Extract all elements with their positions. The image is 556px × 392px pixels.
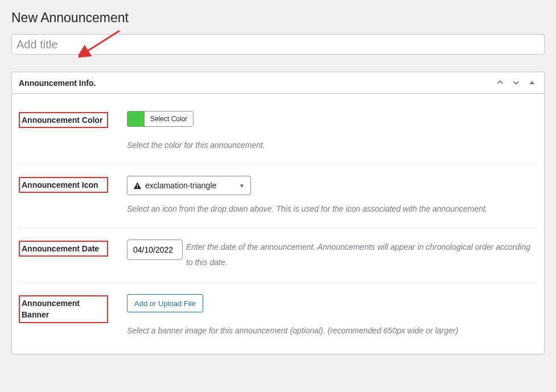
color-picker-button[interactable]: Select Color [127, 111, 193, 127]
panel-move-up-icon[interactable] [495, 79, 505, 88]
exclamation-triangle-icon [133, 181, 142, 190]
panel-move-down-icon[interactable] [511, 79, 521, 88]
label-announcement-color: Announcement Color [19, 112, 108, 128]
label-announcement-icon: Announcement Icon [19, 177, 108, 193]
field-row-banner: Announcement Banner Add or Upload File S… [19, 283, 537, 340]
color-swatch [127, 112, 145, 126]
panel-title: Announcement Info. [19, 79, 96, 88]
panel-toggle-icon[interactable] [527, 79, 537, 87]
chevron-down-icon: ▼ [239, 183, 245, 189]
field-row-color: Announcement Color Select Color Select t… [19, 100, 537, 164]
post-title-input[interactable] [11, 34, 545, 55]
svg-rect-1 [137, 187, 138, 188]
color-description: Select the color for this announcement. [127, 139, 537, 151]
field-row-icon: Announcement Icon exclamation-triangle ▼… [19, 164, 537, 228]
icon-select-dropdown[interactable]: exclamation-triangle ▼ [127, 176, 251, 195]
label-announcement-date: Announcement Date [19, 241, 108, 257]
panel-controls [495, 79, 537, 88]
add-upload-file-button[interactable]: Add or Upload File [127, 294, 203, 312]
title-field-wrap [11, 34, 545, 55]
color-picker-label: Select Color [145, 112, 193, 126]
banner-description: Select a banner image for this announcem… [127, 325, 537, 337]
date-input[interactable] [127, 240, 183, 260]
page-title: New Announcement [11, 10, 545, 26]
icon-description: Select an icon from the drop down above.… [127, 203, 537, 215]
panel-header: Announcement Info. [12, 72, 544, 94]
date-description: Enter the date of the announcement. Anno… [186, 240, 537, 270]
svg-rect-0 [137, 184, 138, 187]
icon-select-value: exclamation-triangle [145, 181, 216, 190]
label-announcement-banner: Announcement Banner [19, 295, 108, 323]
panel-body: Announcement Color Select Color Select t… [12, 94, 544, 354]
field-row-date: Announcement Date Enter the date of the … [19, 228, 537, 283]
announcement-info-panel: Announcement Info. Announcement Color Se… [11, 72, 545, 354]
